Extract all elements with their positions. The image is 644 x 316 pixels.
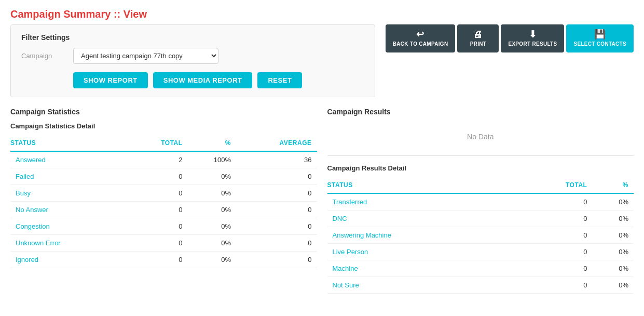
percent-cell: 0%	[592, 277, 634, 294]
export-results-button[interactable]: ⬇ EXPORT RESULTS	[501, 24, 564, 52]
average-cell: 36	[236, 151, 317, 168]
print-label: PRINT	[470, 41, 487, 47]
status-cell: Ignored	[10, 252, 130, 268]
percent-cell: 0%	[592, 210, 634, 227]
total-cell: 0	[130, 235, 188, 252]
results-status-header: STATUS	[327, 177, 519, 193]
average-cell: 0	[236, 218, 317, 235]
select-label: SELECT CONTACTS	[573, 41, 626, 47]
average-cell: 0	[236, 185, 317, 202]
table-row: DNC 0 0%	[327, 210, 634, 227]
statistics-table: STATUS TOTAL % AVERAGE Answered 2 100% 3…	[10, 135, 317, 268]
table-row: Answering Machine 0 0%	[327, 227, 634, 244]
toolbar: ↩ BACK TO CAMPAIGN 🖨 PRINT ⬇ EXPORT RESU…	[386, 24, 634, 52]
status-cell: Answered	[10, 151, 130, 168]
select-icon: 💾	[594, 30, 606, 39]
divider	[327, 155, 634, 156]
percent-cell: 0%	[188, 185, 236, 202]
status-cell: Failed	[10, 168, 130, 185]
total-cell: 0	[518, 227, 592, 244]
campaign-results-detail-title: Campaign Results Detail	[327, 164, 634, 172]
percent-header: %	[188, 135, 236, 151]
results-table: STATUS TOTAL % Transferred 0 0% DNC 0 0%…	[327, 177, 634, 294]
filter-section: Filter Settings Campaign Agent testing c…	[10, 24, 375, 97]
total-cell: 0	[518, 210, 592, 227]
percent-cell: 0%	[188, 218, 236, 235]
status-cell: Congestion	[10, 218, 130, 235]
percent-cell: 0%	[592, 260, 634, 277]
average-cell: 0	[236, 235, 317, 252]
campaign-statistics-title: Campaign Statistics	[10, 108, 317, 116]
status-cell: Live Person	[327, 244, 519, 260]
total-cell: 2	[130, 151, 188, 168]
table-row: Answered 2 100% 36	[10, 151, 317, 168]
campaign-results-title: Campaign Results	[327, 108, 634, 116]
total-cell: 0	[518, 244, 592, 260]
table-row: Machine 0 0%	[327, 260, 634, 277]
print-icon: 🖨	[473, 30, 483, 39]
no-data-message: No Data	[327, 122, 634, 151]
total-cell: 0	[130, 202, 188, 218]
total-cell: 0	[130, 252, 188, 268]
select-contacts-button[interactable]: 💾 SELECT CONTACTS	[566, 24, 634, 52]
table-row: Unknown Error 0 0% 0	[10, 235, 317, 252]
table-row: Live Person 0 0%	[327, 244, 634, 260]
table-row: Transferred 0 0%	[327, 193, 634, 210]
page-title: Campaign Summary :: View	[10, 8, 634, 20]
table-row: Ignored 0 0% 0	[10, 252, 317, 268]
percent-cell: 0%	[188, 202, 236, 218]
status-cell: Busy	[10, 185, 130, 202]
status-header: STATUS	[10, 135, 130, 151]
percent-cell: 0%	[592, 244, 634, 260]
export-icon: ⬇	[529, 30, 537, 39]
average-header: AVERAGE	[236, 135, 317, 151]
results-percent-header: %	[592, 177, 634, 193]
show-media-report-button[interactable]: SHOW MEDIA REPORT	[153, 72, 253, 88]
status-cell: No Answer	[10, 202, 130, 218]
total-cell: 0	[130, 185, 188, 202]
total-cell: 0	[130, 168, 188, 185]
total-header: TOTAL	[130, 135, 188, 151]
left-panel: Campaign Statistics Campaign Statistics …	[10, 108, 317, 294]
total-cell: 0	[130, 218, 188, 235]
campaign-select[interactable]: Agent testing campaign 77th copy	[73, 48, 218, 64]
percent-cell: 0%	[188, 252, 236, 268]
reset-button[interactable]: RESET	[257, 72, 302, 88]
right-panel: Campaign Results No Data Campaign Result…	[327, 108, 634, 294]
percent-cell: 100%	[188, 151, 236, 168]
table-row: Failed 0 0% 0	[10, 168, 317, 185]
print-button[interactable]: 🖨 PRINT	[457, 24, 499, 52]
status-cell: Transferred	[327, 193, 519, 210]
percent-cell: 0%	[592, 193, 634, 210]
average-cell: 0	[236, 202, 317, 218]
total-cell: 0	[518, 193, 592, 210]
percent-cell: 0%	[592, 227, 634, 244]
results-total-header: TOTAL	[518, 177, 592, 193]
campaign-label: Campaign	[21, 52, 73, 60]
status-cell: DNC	[327, 210, 519, 227]
status-cell: Answering Machine	[327, 227, 519, 244]
campaign-statistics-detail-title: Campaign Statistics Detail	[10, 122, 317, 130]
table-row: Not Sure 0 0%	[327, 277, 634, 294]
percent-cell: 0%	[188, 168, 236, 185]
table-row: Busy 0 0% 0	[10, 185, 317, 202]
average-cell: 0	[236, 252, 317, 268]
total-cell: 0	[518, 277, 592, 294]
table-row: No Answer 0 0% 0	[10, 202, 317, 218]
back-icon: ↩	[416, 30, 424, 39]
status-cell: Unknown Error	[10, 235, 130, 252]
average-cell: 0	[236, 168, 317, 185]
total-cell: 0	[518, 260, 592, 277]
filter-title: Filter Settings	[21, 33, 364, 42]
export-label: EXPORT RESULTS	[508, 41, 557, 47]
percent-cell: 0%	[188, 235, 236, 252]
table-row: Congestion 0 0% 0	[10, 218, 317, 235]
status-cell: Not Sure	[327, 277, 519, 294]
show-report-button[interactable]: SHOW REPORT	[73, 72, 148, 88]
back-to-campaign-button[interactable]: ↩ BACK TO CAMPAIGN	[386, 24, 456, 52]
status-cell: Machine	[327, 260, 519, 277]
back-label: BACK TO CAMPAIGN	[393, 41, 448, 47]
